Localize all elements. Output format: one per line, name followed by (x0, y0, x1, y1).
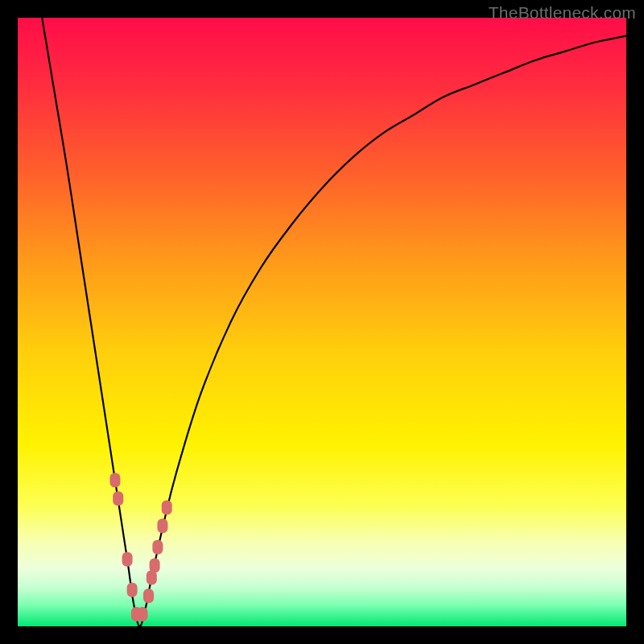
marker-point (127, 583, 138, 597)
chart-frame: TheBottleneck.com (0, 0, 644, 644)
marker-point (109, 473, 120, 488)
marker-point (143, 588, 154, 603)
marker-point (150, 558, 160, 572)
gradient-background (18, 18, 626, 626)
watermark-text: TheBottleneck.com (489, 3, 636, 23)
marker-point (122, 552, 133, 567)
marker-point (113, 491, 123, 506)
plot-area (18, 18, 626, 626)
marker-point (137, 607, 147, 621)
bottleneck-chart (18, 18, 626, 626)
marker-point (162, 501, 172, 515)
marker-point (152, 540, 163, 555)
marker-point (157, 518, 167, 533)
